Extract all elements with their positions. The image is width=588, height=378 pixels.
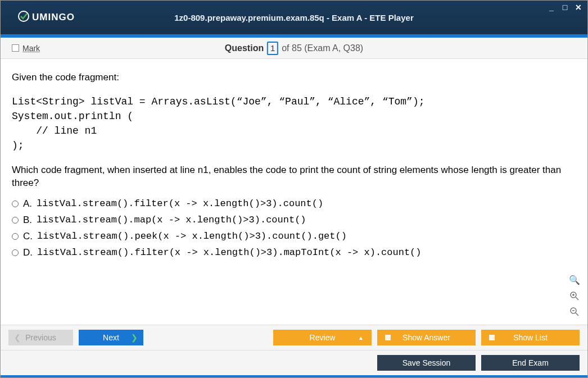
close-icon[interactable]: ✕ — [574, 3, 583, 12]
window-controls: _ □ ✕ — [547, 3, 583, 12]
footer-nav: ❮Previous Next❯ Review▲ Show Answer Show… — [1, 325, 587, 350]
brand-text: UMINGO — [32, 12, 75, 23]
square-icon — [385, 335, 391, 340]
code-fragment: List<String> listVal = Arrays.asList(“Jo… — [12, 94, 576, 153]
radio-icon[interactable] — [12, 249, 19, 256]
show-list-button[interactable]: Show List — [481, 330, 580, 345]
triangle-up-icon: ▲ — [358, 335, 364, 341]
app-logo: UMINGO — [17, 10, 75, 25]
option-d[interactable]: D.listVal.stream().filter(x -> x.length(… — [12, 247, 576, 259]
svg-line-2 — [576, 297, 578, 300]
question-meta-bar: Mark Question 1 of 85 (Exam A, Q38) — [1, 38, 587, 59]
question-total: of 85 (Exam A, Q38) — [282, 43, 363, 53]
next-button[interactable]: Next❯ — [79, 330, 143, 345]
chevron-right-icon: ❯ — [131, 333, 138, 342]
review-button[interactable]: Review▲ — [273, 330, 372, 345]
option-code: listVal.stream().peek(x -> x.length()>3)… — [37, 230, 347, 243]
radio-icon[interactable] — [12, 201, 19, 207]
end-exam-button[interactable]: End Exam — [481, 355, 580, 371]
maximize-icon[interactable]: □ — [560, 3, 569, 12]
save-session-button[interactable]: Save Session — [377, 355, 476, 371]
option-letter: B. — [23, 214, 32, 227]
check-icon — [17, 10, 30, 25]
svg-line-6 — [576, 313, 578, 316]
option-c[interactable]: C.listVal.stream().peek(x -> x.length()>… — [12, 230, 576, 243]
checkbox-icon[interactable] — [12, 44, 19, 52]
radio-icon[interactable] — [12, 233, 19, 240]
mark-label: Mark — [22, 44, 40, 53]
option-code: listVal.stream().filter(x -> x.length()>… — [37, 198, 323, 211]
show-answer-label: Show Answer — [402, 333, 450, 342]
minimize-icon[interactable]: _ — [547, 3, 556, 12]
question-label: Question — [225, 43, 264, 53]
option-letter: A. — [23, 198, 32, 211]
zoom-in-icon[interactable] — [568, 290, 581, 302]
zoom-tools: 🔍 — [568, 274, 581, 318]
option-a[interactable]: A.listVal.stream().filter(x -> x.length(… — [12, 198, 576, 211]
radio-icon[interactable] — [12, 217, 19, 224]
svg-point-0 — [19, 11, 29, 21]
question-text: Which code fragment, when inserted at li… — [12, 164, 576, 190]
option-letter: C. — [23, 230, 33, 243]
square-icon — [489, 335, 495, 340]
question-position: Question 1 of 85 (Exam A, Q38) — [225, 42, 363, 55]
question-number-input[interactable]: 1 — [267, 42, 278, 55]
zoom-out-icon[interactable] — [568, 306, 581, 318]
previous-button[interactable]: ❮Previous — [8, 330, 73, 345]
answer-options: A.listVal.stream().filter(x -> x.length(… — [12, 198, 576, 259]
title-bar: UMINGO 1z0-809.prepaway.premium.exam.85q… — [1, 1, 587, 34]
chevron-left-icon: ❮ — [14, 333, 21, 342]
footer-session: Save Session End Exam — [1, 350, 587, 377]
option-letter: D. — [23, 247, 33, 259]
review-label: Review — [310, 333, 336, 342]
intro-text: Given the code fragment: — [12, 71, 576, 84]
next-label: Next — [103, 333, 119, 342]
previous-label: Previous — [25, 333, 56, 342]
magnifier-icon[interactable]: 🔍 — [568, 274, 581, 286]
window-title: 1z0-809.prepaway.premium.exam.85q - Exam… — [174, 13, 413, 22]
mark-checkbox[interactable]: Mark — [12, 44, 40, 53]
option-code: listVal.stream().map(x -> x.length()>3).… — [37, 214, 306, 227]
option-b[interactable]: B.listVal.stream().map(x -> x.length()>3… — [12, 214, 576, 227]
show-list-label: Show List — [513, 333, 548, 342]
option-code: listVal.stream().filter(x -> x.length()>… — [37, 247, 422, 259]
question-content: Given the code fragment: List<String> li… — [1, 59, 587, 325]
show-answer-button[interactable]: Show Answer — [377, 330, 476, 345]
